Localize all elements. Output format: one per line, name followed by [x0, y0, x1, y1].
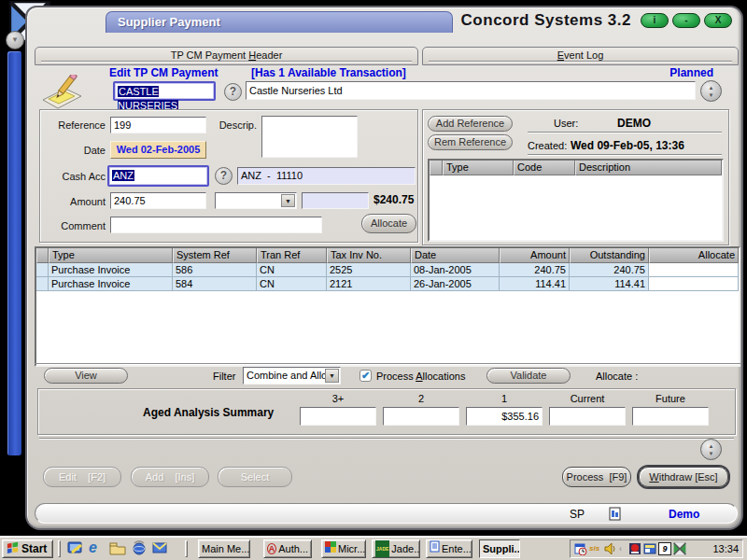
- taskbar: Start e Main Me... A Auth... Micr... JAD…: [0, 536, 747, 560]
- aged-col-3plus: 3+: [300, 393, 376, 404]
- withdraw-button[interactable]: Withdraw [Esc]: [639, 467, 728, 487]
- supplier-lookup-help-button[interactable]: ?: [224, 83, 242, 101]
- aged-analysis-label: Aged Analysis Summary: [143, 406, 274, 419]
- allocate-button[interactable]: Allocate: [361, 214, 416, 233]
- tab-payment-header[interactable]: TP CM Payment Header: [35, 47, 418, 65]
- transaction-row[interactable]: Purchase Invoice 584 CN 2121 26-Jan-2005…: [36, 277, 739, 291]
- status-demo-label: Demo: [669, 508, 699, 521]
- tray-sis-icon[interactable]: sis: [589, 542, 602, 555]
- taskbar-button-microsoft[interactable]: Micr...: [321, 539, 366, 558]
- tx-col-type[interactable]: Type: [49, 248, 173, 263]
- tab-event-log[interactable]: Event Log: [422, 47, 739, 65]
- filter-label: Filter: [213, 371, 235, 382]
- panel-spinner[interactable]: ▲▼: [700, 439, 722, 460]
- user-label: User:: [554, 118, 578, 129]
- taskbar-button-jade[interactable]: JADE Jade...: [372, 539, 420, 558]
- folder-icon[interactable]: [109, 540, 126, 557]
- allocate-cell[interactable]: [649, 277, 739, 291]
- created-value: Wed 09-Feb-05, 13:36: [571, 139, 684, 152]
- comment-input[interactable]: [110, 217, 322, 233]
- descrip-label: Descrip.: [216, 119, 257, 131]
- tray-red-ball-icon[interactable]: [628, 542, 641, 555]
- tray-window-icon[interactable]: [643, 542, 656, 555]
- taskbar-button-auth[interactable]: A Auth...: [263, 539, 312, 558]
- status-document-icon: [609, 507, 622, 523]
- ref-col-description[interactable]: Description: [575, 161, 722, 175]
- edit-button[interactable]: Edit [F2]: [43, 467, 121, 487]
- window-title[interactable]: Supplier Payment: [106, 11, 453, 33]
- add-button[interactable]: Add [Ins]: [131, 467, 209, 487]
- ref-col-select: [430, 161, 443, 175]
- colorful-app-icon: [325, 540, 336, 557]
- cash-acc-help-button[interactable]: ?: [215, 167, 233, 185]
- taskbar-button-main-menu[interactable]: Main Me...: [198, 539, 250, 558]
- reference-input[interactable]: [110, 117, 206, 133]
- tray-pinwheel-icon[interactable]: [673, 542, 686, 555]
- aged-col-current: Current: [549, 393, 626, 404]
- references-table[interactable]: Type Code Description: [428, 159, 724, 242]
- supplier-code-value: CASTLE NURSERIES: [118, 86, 178, 111]
- taskbar-button-supplier-payment[interactable]: Suppli...: [479, 539, 520, 558]
- filter-dropdown[interactable]: Combine and Allo ▼: [243, 367, 341, 385]
- start-button[interactable]: Start: [2, 539, 53, 558]
- add-reference-button[interactable]: Add Reference: [428, 116, 513, 132]
- info-button[interactable]: i: [641, 13, 669, 28]
- tx-col-date[interactable]: Date: [411, 248, 500, 263]
- transactions-table[interactable]: Type System Ref Tran Ref Tax Inv No. Dat…: [35, 246, 740, 367]
- select-button[interactable]: Select: [218, 467, 292, 487]
- cash-acc-desc-field: ANZ - 11110: [237, 167, 416, 185]
- ref-col-type[interactable]: Type: [443, 161, 514, 175]
- show-desktop-icon[interactable]: [67, 540, 84, 557]
- validate-button[interactable]: Validate: [486, 368, 571, 384]
- tx-col-amount[interactable]: Amount: [500, 248, 570, 263]
- process-button[interactable]: Process [F9]: [562, 467, 631, 487]
- taskbar-button-enterprise[interactable]: Ente...: [426, 539, 472, 558]
- tx-col-tran-ref[interactable]: Tran Ref: [257, 248, 327, 263]
- comment-label: Comment: [45, 220, 106, 231]
- minimize-button[interactable]: -: [672, 13, 700, 28]
- date-button[interactable]: Wed 02-Feb-2005: [110, 141, 206, 159]
- amount-total-label: $240.75: [374, 193, 414, 206]
- supplier-name-field[interactable]: Castle Nurseries Ltd: [246, 81, 696, 100]
- tx-col-system-ref[interactable]: System Ref: [173, 248, 257, 263]
- cash-acc-value: ANZ: [112, 170, 134, 181]
- tx-col-allocate[interactable]: Allocate: [649, 248, 739, 263]
- allocate-cell[interactable]: [649, 263, 739, 277]
- aged-col-1: 1: [466, 393, 543, 404]
- tx-col-tax-inv[interactable]: Tax Inv No.: [327, 248, 411, 263]
- tray-calendar-9-icon[interactable]: 9: [658, 542, 671, 555]
- mail-client-icon[interactable]: [151, 539, 168, 556]
- tray-clock[interactable]: 13:34: [712, 543, 739, 554]
- ref-col-code[interactable]: Code: [514, 161, 575, 175]
- dropdown-arrow-icon[interactable]: ▼: [281, 194, 295, 207]
- process-allocations-checkbox[interactable]: ✔: [359, 370, 372, 382]
- supplier-code-input[interactable]: CASTLE NURSERIES: [113, 81, 216, 101]
- descrip-textarea[interactable]: [261, 116, 358, 158]
- tx-col-select: [36, 248, 49, 263]
- cash-acc-input[interactable]: ANZ: [107, 165, 209, 187]
- tray-volume-icon[interactable]: [604, 542, 617, 555]
- close-button[interactable]: X: [704, 13, 732, 28]
- tx-col-outstanding[interactable]: Outstanding: [570, 248, 649, 263]
- tray-calendar-clock-icon[interactable]: [574, 542, 587, 555]
- status-planned-label: Planned: [669, 66, 713, 79]
- dropdown-arrow-icon[interactable]: ▼: [325, 369, 339, 383]
- rem-reference-button[interactable]: Rem Reference: [428, 134, 513, 150]
- internet-explorer-icon[interactable]: e: [89, 539, 106, 556]
- view-button[interactable]: View: [44, 368, 128, 384]
- amount-input[interactable]: [110, 192, 206, 209]
- satellite-globe-icon[interactable]: [131, 539, 148, 556]
- tab-event-log-label: Event Log: [557, 49, 604, 61]
- currency-dropdown[interactable]: ▼: [215, 192, 297, 209]
- tray-chevron-icon[interactable]: ‹: [619, 542, 627, 555]
- aged-col-2: 2: [383, 393, 459, 404]
- date-label: Date: [45, 145, 106, 156]
- document-app-icon: [430, 540, 440, 557]
- reference-label: Reference: [45, 119, 106, 131]
- supplier-spinner[interactable]: ▲▼: [700, 80, 722, 102]
- transaction-row[interactable]: Purchase Invoice 586 CN 2525 08-Jan-2005…: [36, 263, 739, 277]
- system-tray: sis ‹ 9 13:34: [570, 539, 743, 558]
- window-roll-knob[interactable]: ▼: [6, 31, 24, 49]
- aged-value-future: [632, 407, 709, 426]
- status-sp-label: SP: [570, 508, 585, 521]
